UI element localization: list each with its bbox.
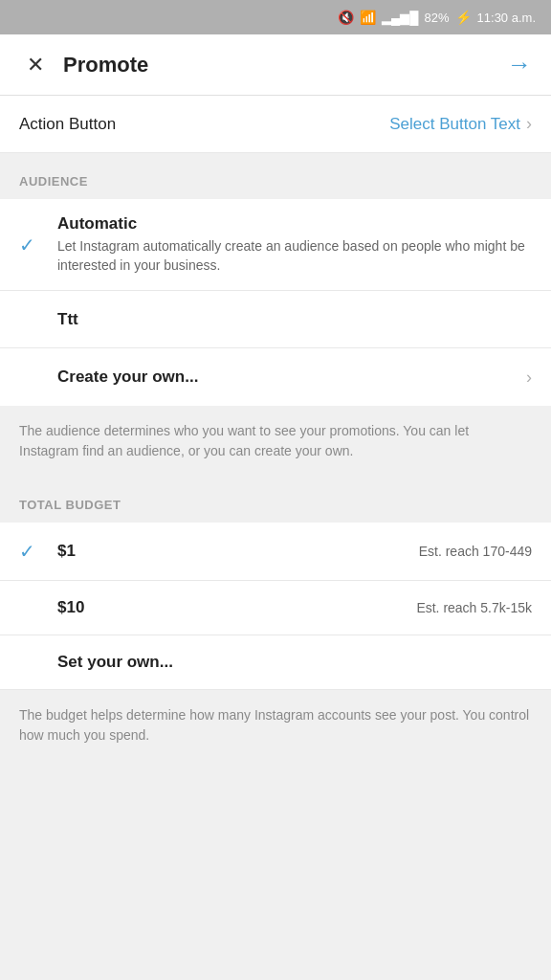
audience-item-create-own[interactable]: Create your own... › (0, 348, 551, 406)
status-icons: 🔇 📶 ▂▄▆█ 82% ⚡ 11:30 a.m. (338, 10, 536, 25)
budget-10dollar-reach: Est. reach 5.7k-15k (416, 600, 532, 615)
audience-item-automatic[interactable]: ✓ Automatic Let Instagram automatically … (0, 199, 551, 291)
action-button-label: Action Button (19, 115, 389, 134)
wifi-icon: 📶 (360, 10, 376, 25)
budget-item-set-own[interactable]: Set your own... (0, 635, 551, 690)
audience-label: AUDIENCE (19, 174, 88, 189)
budget-10dollar-label: $10 (57, 598, 416, 617)
page-title: Promote (63, 53, 507, 78)
next-button[interactable]: → (507, 50, 532, 79)
time-text: 11:30 a.m. (477, 11, 536, 25)
battery-icon: ⚡ (455, 10, 472, 25)
action-button-row[interactable]: Action Button Select Button Text › (0, 96, 551, 153)
audience-item-ttt[interactable]: Ttt (0, 291, 551, 348)
budget-info-box: The budget helps determine how many Inst… (0, 690, 551, 761)
audience-info-text: The audience determines who you want to … (19, 423, 469, 458)
audience-item-title: Automatic (57, 214, 532, 234)
audience-item-ttt-title: Ttt (57, 310, 532, 329)
audience-item-ttt-content: Ttt (57, 310, 532, 329)
budget-1dollar-label: $1 (57, 542, 419, 561)
battery-text: 82% (425, 11, 450, 25)
audience-info-box: The audience determines who you want to … (0, 406, 551, 477)
audience-item-content: Automatic Let Instagram automatically cr… (57, 214, 532, 275)
action-button-value: Select Button Text (389, 115, 520, 134)
budget-info-text: The budget helps determine how many Inst… (19, 707, 529, 743)
budget-list: ✓ $1 Est. reach 170-449 $10 Est. reach 5… (0, 523, 551, 690)
action-button-chevron: › (526, 114, 532, 134)
audience-list: ✓ Automatic Let Instagram automatically … (0, 199, 551, 406)
create-own-chevron: › (526, 368, 532, 388)
budget-section-header: TOTAL BUDGET (0, 477, 551, 523)
close-button[interactable]: ✕ (19, 45, 52, 85)
audience-item-subtitle: Let Instagram automatically create an au… (57, 237, 532, 275)
status-bar: 🔇 📶 ▂▄▆█ 82% ⚡ 11:30 a.m. (0, 0, 551, 34)
audience-section-header: AUDIENCE (0, 153, 551, 199)
budget-label: TOTAL BUDGET (19, 498, 121, 512)
budget-set-own-label: Set your own... (57, 653, 532, 672)
budget-item-10dollar[interactable]: $10 Est. reach 5.7k-15k (0, 581, 551, 635)
budget-checkmark-icon: ✓ (19, 540, 42, 563)
signal-icon: ▂▄▆█ (382, 11, 418, 25)
budget-item-1dollar[interactable]: ✓ $1 Est. reach 170-449 (0, 523, 551, 581)
audience-create-own-title: Create your own... (57, 368, 518, 387)
audience-create-own-content: Create your own... (57, 368, 518, 387)
mute-icon: 🔇 (338, 10, 354, 25)
top-nav: ✕ Promote → (0, 34, 551, 96)
checkmark-icon: ✓ (19, 234, 42, 256)
budget-1dollar-reach: Est. reach 170-449 (419, 544, 532, 559)
